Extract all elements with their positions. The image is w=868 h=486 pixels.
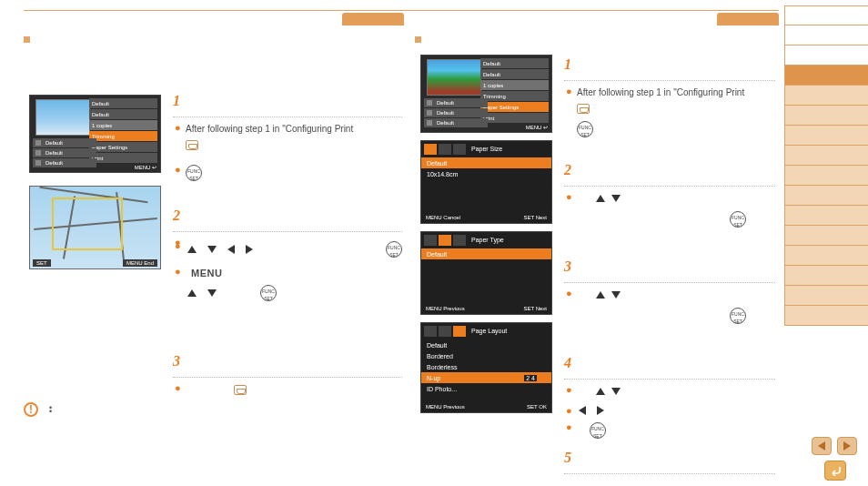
tab-type-icon (439, 235, 451, 246)
lcd-thumb (35, 99, 90, 136)
nup-count: 2 4 (524, 375, 537, 381)
menu-button-label: MENU (191, 268, 222, 278)
step-number: 5 (564, 450, 775, 466)
section-sidebar (784, 5, 868, 326)
sidebar-cell[interactable] (784, 106, 868, 126)
down-arrow-icon (611, 291, 621, 299)
func-set-button-icon: FUNCSET (260, 285, 277, 301)
tab-layout-icon (453, 144, 466, 155)
sidebar-cell[interactable] (784, 246, 868, 266)
section-tab (717, 13, 779, 25)
func-set-button-icon: FUNCSET (730, 211, 746, 228)
chevron-left-icon (818, 441, 825, 451)
sidebar-cell[interactable] (784, 166, 868, 186)
return-button[interactable] (824, 461, 846, 481)
lcd-side-item: Default (424, 108, 488, 117)
right-arrow-icon (246, 245, 253, 254)
bullet-icon: ● (566, 192, 572, 202)
bullet-icon: ● (566, 406, 572, 416)
func-set-button-icon: FUNCSET (730, 308, 746, 324)
tab-size-icon (424, 235, 437, 246)
trim-rect (52, 197, 123, 250)
tab-layout-icon (453, 235, 466, 246)
book-ref-icon (234, 385, 247, 395)
lcd-prev: MENU Previous (426, 404, 465, 410)
up-arrow-icon (596, 291, 605, 299)
lcd-menu-item: Default (480, 69, 549, 79)
sidebar-cell[interactable] (784, 146, 868, 166)
tab-size-icon (424, 144, 437, 155)
lcd-menu-item: Default (89, 109, 157, 119)
next-page-button[interactable] (837, 437, 857, 455)
warning-icon: ! (24, 402, 38, 417)
lcd-option-selected: Default (421, 157, 551, 168)
down-arrow-icon (611, 388, 621, 395)
lcd-option-selected: Default (421, 248, 551, 259)
left-arrow-icon (579, 406, 586, 415)
sidebar-cell[interactable] (784, 266, 868, 286)
step-text: After following step 1 in "Configuring P… (577, 87, 744, 97)
step-number: 3 (564, 258, 775, 275)
lcd-option: ID Photo... (421, 383, 551, 394)
bullet-icon: ● (175, 165, 181, 175)
lcd-ok: SET OK (527, 404, 547, 410)
sidebar-cell[interactable] (784, 306, 868, 326)
lcd-next: SET Next (523, 306, 547, 311)
sidebar-cell[interactable] (784, 206, 868, 226)
lcd-menu-item-selected: Trimming (89, 131, 157, 141)
step-number: 2 (564, 162, 775, 178)
right-arrow-icon (597, 406, 604, 415)
lcd-menu-return: MENU ↩ (526, 124, 548, 130)
lcd-option: Bordered (421, 350, 551, 361)
lcd-title: Paper Size (468, 144, 502, 155)
section-marker-icon (415, 36, 421, 43)
down-arrow-icon (207, 246, 217, 253)
lcd-menu-list: Default Default 1 copies Trimming Paper … (480, 58, 549, 123)
up-arrow-icon (596, 388, 605, 395)
lcd-side-item: Default (424, 98, 488, 107)
lcd-menu-item: 1 copies (89, 120, 157, 130)
func-set-button-icon: FUNCSET (186, 165, 202, 181)
lcd-footer: MENU ↩ (34, 164, 156, 170)
up-arrow-icon (596, 195, 605, 202)
lcd-prev: MENU Previous (426, 306, 465, 311)
return-icon (829, 465, 842, 476)
top-divider (24, 2, 779, 11)
lcd-menu-list: Default Default 1 copies Trimming Paper … (89, 98, 157, 163)
sidebar-cell[interactable] (784, 126, 868, 146)
camera-lcd-page-layout: Page Layout Default Bordered Borderless … (420, 322, 552, 413)
lcd-set-label: SET (33, 259, 51, 267)
lcd-menu-item: Print (480, 113, 549, 123)
sidebar-cell[interactable] (784, 286, 868, 306)
step-number: 1 (564, 56, 775, 73)
lcd-thumb (427, 59, 481, 96)
lcd-menu-item: Paper Settings (89, 142, 157, 152)
sidebar-cell[interactable] (784, 25, 868, 46)
lcd-menu-item: Print (89, 153, 157, 163)
sidebar-cell[interactable] (784, 5, 868, 25)
sidebar-cell-active[interactable] (784, 66, 868, 86)
up-arrow-icon (187, 246, 197, 253)
tab-type-icon (439, 326, 451, 337)
sidebar-cell[interactable] (784, 46, 868, 66)
down-arrow-icon (207, 289, 217, 297)
tab-size-icon (424, 326, 437, 337)
func-set-button-icon: FUNCSET (590, 422, 606, 439)
prev-page-button[interactable] (812, 437, 832, 455)
func-set-button-icon: FUNCSET (577, 121, 593, 137)
lcd-menu-item: Trimming (480, 91, 549, 101)
lcd-option: 10x14.8cm (421, 168, 551, 179)
sidebar-cell[interactable] (784, 86, 868, 106)
lcd-cancel: MENU Cancel (426, 215, 460, 220)
lcd-menu-item: Default (89, 98, 157, 108)
camera-lcd-trim: SET MENU End (29, 186, 161, 269)
page-nav (812, 437, 857, 455)
sidebar-cell[interactable] (784, 186, 868, 206)
section-marker-icon (24, 36, 30, 43)
lcd-title: Paper Type (468, 235, 504, 246)
sidebar-cell[interactable] (784, 226, 868, 246)
camera-lcd-print-menu: Default Default 1 copies Trimming Paper … (420, 55, 552, 133)
lcd-side-item: Default (33, 138, 96, 147)
step-instruction: ● After following step 1 in "Configuring… (173, 123, 402, 137)
book-ref-icon (186, 140, 198, 150)
